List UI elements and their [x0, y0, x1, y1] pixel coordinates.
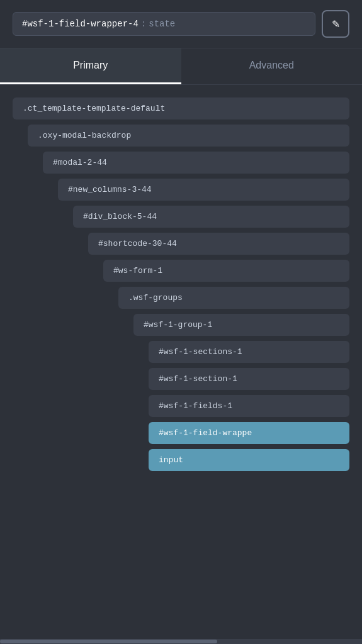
breadcrumb-item[interactable]: #wsf-1-fields-1: [149, 395, 349, 417]
selector-text: #wsf-1-field-wrapper-4: [22, 19, 139, 29]
separator: :: [141, 19, 146, 29]
breadcrumb-item[interactable]: #ws-form-1: [103, 260, 349, 282]
top-bar: #wsf-1-field-wrapper-4 : state ✎: [0, 0, 362, 48]
breadcrumb-container: .ct_template-template-default.oxy-modal-…: [0, 97, 362, 484]
selector-display: #wsf-1-field-wrapper-4 : state: [13, 12, 315, 36]
breadcrumb-item[interactable]: #new_columns-3-44: [58, 179, 349, 201]
scrollbar-thumb: [0, 640, 217, 643]
breadcrumb-item[interactable]: .ct_template-template-default: [13, 97, 349, 119]
breadcrumb-item[interactable]: #div_block-5-44: [73, 206, 349, 228]
breadcrumb-item[interactable]: #modal-2-44: [43, 152, 349, 174]
tabs-container: Primary Advanced: [0, 48, 362, 85]
tab-primary[interactable]: Primary: [0, 48, 181, 84]
breadcrumb-item[interactable]: .wsf-groups: [118, 287, 349, 309]
state-text: state: [149, 19, 175, 29]
tab-advanced[interactable]: Advanced: [181, 48, 363, 84]
breadcrumb-item[interactable]: #wsf-1-section-1: [149, 368, 349, 390]
breadcrumb-item[interactable]: #wsf-1-field-wrappe: [149, 422, 349, 444]
breadcrumb-item[interactable]: input: [149, 449, 349, 471]
edit-button[interactable]: ✎: [322, 10, 349, 38]
breadcrumb-item[interactable]: #wsf-1-sections-1: [149, 341, 349, 363]
breadcrumb-item[interactable]: .oxy-modal-backdrop: [28, 125, 349, 147]
breadcrumb-item[interactable]: #shortcode-30-44: [88, 233, 349, 255]
horizontal-scrollbar[interactable]: [0, 639, 362, 644]
edit-icon: ✎: [332, 18, 340, 30]
breadcrumb-item[interactable]: #wsf-1-group-1: [133, 314, 349, 336]
